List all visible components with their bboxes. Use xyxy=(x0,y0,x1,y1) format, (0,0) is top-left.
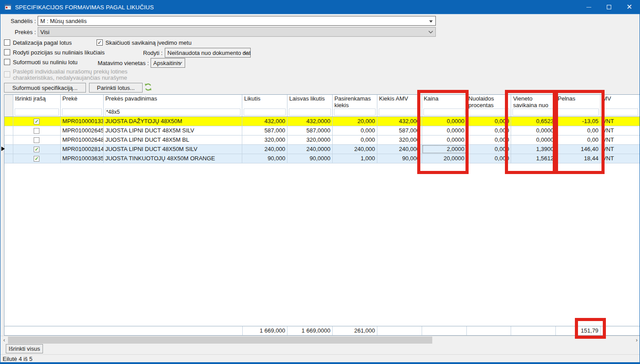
prekes-combobox[interactable]: Visi xyxy=(38,27,436,37)
column-filter-input[interactable] xyxy=(334,108,376,116)
skaiciuoti-checkbox[interactable]: ✓ xyxy=(97,39,103,46)
column-header-mv[interactable]: MV xyxy=(601,95,640,116)
column-header-likutis[interactable]: Likutis xyxy=(242,95,287,116)
column-filter-input[interactable] xyxy=(244,108,286,116)
table-row[interactable]: MPR010002645JUOSTA LIPNI DUCT 48X5M SILV… xyxy=(4,126,640,136)
cell-laisvas[interactable]: 587,0000 xyxy=(287,126,333,135)
cell-pelnas[interactable]: 0,00 xyxy=(556,136,601,144)
cell-kaina[interactable]: 0,0000 xyxy=(422,136,467,144)
cell-pasirenkamas[interactable]: 0,000 xyxy=(333,136,377,144)
row-checkbox[interactable] xyxy=(34,128,39,134)
row-checkbox[interactable] xyxy=(34,137,39,143)
close-button[interactable]: ✕ xyxy=(619,0,640,14)
column-filter-input[interactable] xyxy=(512,108,554,116)
column-header-kiekis_amv[interactable]: Kiekis AMV xyxy=(377,95,422,116)
cell-pelnas[interactable]: 0,00 xyxy=(556,126,601,135)
column-header-pelnas[interactable]: Pelnas xyxy=(556,95,601,116)
cell-kiekis_amv[interactable]: 432,000 xyxy=(377,117,422,126)
cell-kaina[interactable]: 2,0000 xyxy=(422,145,467,154)
total-savikaina xyxy=(511,326,556,335)
cell-kiekis_amv[interactable]: 240,000 xyxy=(377,145,422,154)
cell-kaina[interactable]: 0,0000 xyxy=(422,126,467,135)
cell-nuolaida[interactable]: 0,000 xyxy=(467,126,512,135)
horizontal-scrollbar[interactable]: ‹ › xyxy=(0,336,640,344)
table-row[interactable]: MPR010002648JUOSTA LIPNI DUCT 48X5M BL32… xyxy=(4,136,640,145)
cell-nuolaida[interactable]: 0,000 xyxy=(467,145,512,154)
sandelis-combobox[interactable]: M : Mūsų sandėlis xyxy=(38,16,436,26)
row-checkbox-checked[interactable]: ✓ xyxy=(34,119,39,124)
minimize-button[interactable] xyxy=(578,0,599,14)
column-filter-input[interactable] xyxy=(468,108,510,116)
cell-savikaina[interactable]: 0,0000 xyxy=(511,136,556,144)
cell-pasirenkamas[interactable]: 240,000 xyxy=(333,145,377,154)
cell-laisvas[interactable]: 240,0000 xyxy=(287,145,333,154)
cell-savikaina[interactable]: 1,3900 xyxy=(511,145,556,154)
select-all-button[interactable]: Išrinkti visus xyxy=(6,344,43,353)
cell-likutis[interactable]: 587,000 xyxy=(242,126,287,135)
suformuoti-nuliniu-checkbox[interactable] xyxy=(4,59,10,65)
cell-kaina[interactable]: 0,0000 xyxy=(422,117,467,126)
cell-savikaina[interactable]: 0,0000 xyxy=(511,126,556,135)
cell-laisvas[interactable]: 320,0000 xyxy=(287,136,333,144)
scrollbar-thumb[interactable] xyxy=(8,337,432,344)
column-header-checked[interactable]: Išrinkti įrašą xyxy=(13,95,61,116)
table-row[interactable]: ✓MPR010003635JUOSTA TINKUOTOJŲ 48X50M OR… xyxy=(4,154,640,163)
column-filter-input[interactable] xyxy=(423,108,465,116)
cell-kiekis_amv[interactable]: 587,000 xyxy=(377,126,422,135)
matavimo-combobox[interactable]: Apskaitinis xyxy=(151,58,185,68)
suformuoti-specifikacija-button[interactable]: Suformuoti specifikaciją... xyxy=(4,83,86,93)
cell-nuolaida[interactable]: 0,000 xyxy=(467,136,512,144)
cell-likutis[interactable]: 240,000 xyxy=(242,145,287,154)
cell-laisvas[interactable]: 432,0000 xyxy=(287,117,333,126)
parinkti-lotus-button[interactable]: Parinkti lotus... xyxy=(89,83,143,93)
table-row[interactable]: ✓MPR010000133JUOSTA DAŽYTOJŲ 48X50M432,0… xyxy=(4,117,640,126)
cell-checked[interactable]: ✓ xyxy=(13,145,61,154)
column-filter-input[interactable] xyxy=(62,108,102,116)
column-header-nuolaida[interactable]: Nuolaidos procentas xyxy=(467,95,512,116)
cell-pasirenkamas[interactable]: 0,000 xyxy=(333,126,377,135)
rodyti-pozicijas-checkbox[interactable] xyxy=(4,49,10,55)
column-filter-input[interactable]: *48x5 xyxy=(105,108,241,116)
cell-nuolaida[interactable]: 0,000 xyxy=(467,154,512,163)
cell-pelnas[interactable]: 146,40 xyxy=(556,145,601,154)
row-checkbox-checked[interactable]: ✓ xyxy=(34,147,39,152)
cell-checked[interactable] xyxy=(13,136,61,144)
column-header-pavadinimas[interactable]: Prekės pavadinimas*48x5 xyxy=(104,95,243,116)
cell-laisvas[interactable]: 90,0000 xyxy=(287,154,333,163)
cell-likutis[interactable]: 320,000 xyxy=(242,136,287,144)
scroll-left-icon[interactable]: ‹ xyxy=(0,336,8,344)
cell-checked[interactable]: ✓ xyxy=(13,154,61,163)
column-header-savikaina[interactable]: Vieneto savikaina nuo pasirinkto kieki xyxy=(511,95,556,116)
cell-kaina[interactable]: 20,0000 xyxy=(422,154,467,163)
cell-likutis[interactable]: 432,000 xyxy=(242,117,287,126)
column-filter-input[interactable] xyxy=(379,108,420,116)
cell-savikaina[interactable]: 1,5612 xyxy=(511,154,556,163)
cell-checked[interactable] xyxy=(13,126,61,135)
column-filter-input[interactable] xyxy=(557,108,599,116)
refresh-icon[interactable] xyxy=(144,83,152,91)
cell-checked[interactable]: ✓ xyxy=(13,117,61,126)
column-filter-input[interactable] xyxy=(289,108,331,116)
maximize-button[interactable] xyxy=(599,0,619,14)
column-filter-input[interactable] xyxy=(602,108,638,116)
row-checkbox-checked[interactable]: ✓ xyxy=(34,156,39,162)
cell-likutis[interactable]: 90,000 xyxy=(242,154,287,163)
column-header-kaina[interactable]: Kaina xyxy=(422,95,467,116)
rodyti-combobox[interactable]: Neišnaudota nuo dokumento datos xyxy=(165,48,251,58)
cell-pelnas[interactable]: -13,05 xyxy=(556,117,601,126)
cell-kiekis_amv[interactable]: 320,000 xyxy=(377,136,422,144)
column-header-label: Nuolaidos procentas xyxy=(469,96,509,108)
cell-pasirenkamas[interactable]: 1,000 xyxy=(333,154,377,163)
cell-pelnas[interactable]: 18,44 xyxy=(556,154,601,163)
detalizacija-checkbox[interactable] xyxy=(4,39,10,46)
table-row[interactable]: ✓MPR010002814JUOSTA LIPNI DUCT 48X50M SI… xyxy=(4,145,640,154)
cell-nuolaida[interactable]: 0,000 xyxy=(467,117,512,126)
column-filter-input[interactable] xyxy=(15,108,59,116)
scroll-right-icon[interactable]: › xyxy=(633,336,640,344)
column-header-pasirenkamas[interactable]: Pasirenkamas kiekis xyxy=(333,95,377,116)
column-header-laisvas[interactable]: Laisvas likutis xyxy=(287,95,333,116)
cell-kiekis_amv[interactable]: 90,000 xyxy=(377,154,422,163)
cell-savikaina[interactable]: 0,6523 xyxy=(511,117,556,126)
cell-pasirenkamas[interactable]: 20,000 xyxy=(333,117,377,126)
column-header-preke[interactable]: Prekė xyxy=(61,95,104,116)
